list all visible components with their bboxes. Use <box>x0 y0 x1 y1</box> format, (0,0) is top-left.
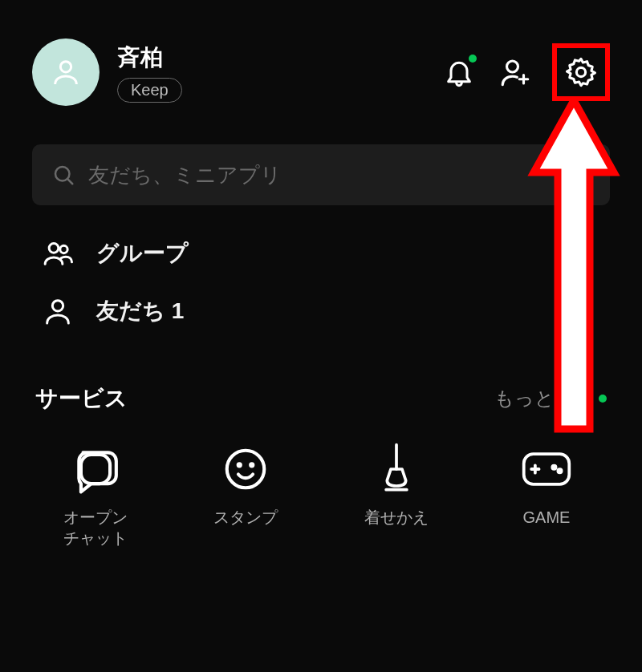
svg-point-6 <box>52 301 63 311</box>
svg-point-10 <box>251 464 254 466</box>
groups-label: グループ <box>96 238 189 269</box>
svg-point-5 <box>60 245 67 253</box>
svg-point-13 <box>558 469 561 472</box>
svg-point-12 <box>552 466 555 469</box>
gear-icon <box>564 55 598 89</box>
smile-icon <box>221 444 270 494</box>
services-header: サービス もっと見る <box>0 327 642 414</box>
avatar[interactable] <box>32 38 100 106</box>
group-icon <box>42 237 74 269</box>
svg-point-3 <box>55 167 70 181</box>
qr-scan-icon[interactable] <box>565 162 591 188</box>
see-more-link[interactable]: もっと見る <box>494 386 607 411</box>
see-more-label: もっと見る <box>494 386 594 411</box>
service-openchat[interactable]: オープン チャット <box>43 438 148 549</box>
notifications-button[interactable] <box>440 53 478 91</box>
friends-item[interactable]: 友だち 1 <box>42 295 610 327</box>
svg-point-2 <box>576 67 585 76</box>
keep-button[interactable]: Keep <box>117 78 182 103</box>
friends-label: 友だち 1 <box>96 296 184 326</box>
search-icon <box>51 163 75 187</box>
services-grid: オープン チャット スタンプ 着せかえ <box>0 414 642 549</box>
search-bar[interactable]: 友だち、ミニアプリ <box>32 144 610 205</box>
service-stamp[interactable]: スタンプ <box>193 438 298 549</box>
settings-button[interactable] <box>564 55 598 89</box>
navigation-list: グループ 友だち 1 <box>0 205 642 327</box>
service-label: 着せかえ <box>364 507 429 528</box>
add-friend-button[interactable] <box>496 53 534 91</box>
header: 斉柏 Keep <box>0 0 642 125</box>
groups-item[interactable]: グループ <box>42 237 610 269</box>
game-icon <box>520 448 573 490</box>
search-placeholder: 友だち、ミニアプリ <box>88 161 552 189</box>
more-link-dot <box>599 395 607 403</box>
service-theme[interactable]: 着せかえ <box>344 438 449 549</box>
svg-point-1 <box>507 61 518 72</box>
service-label: スタンプ <box>213 507 278 528</box>
openchat-icon <box>71 444 120 494</box>
settings-button-highlight <box>552 43 610 101</box>
service-game[interactable]: GAME <box>494 438 599 549</box>
services-title: サービス <box>35 383 128 414</box>
add-person-icon <box>498 55 532 89</box>
person-icon <box>50 56 82 88</box>
person-icon <box>42 295 74 327</box>
svg-point-9 <box>238 464 241 466</box>
service-label: オープン チャット <box>63 507 128 549</box>
profile-name[interactable]: 斉柏 <box>117 43 182 73</box>
svg-point-4 <box>49 244 59 253</box>
header-actions <box>440 43 610 101</box>
notification-dot <box>469 55 477 63</box>
svg-point-8 <box>227 451 265 488</box>
brush-icon <box>374 441 419 497</box>
svg-point-0 <box>60 62 71 72</box>
service-label: GAME <box>523 507 571 528</box>
profile-text: 斉柏 Keep <box>117 43 182 103</box>
svg-rect-7 <box>81 455 110 484</box>
